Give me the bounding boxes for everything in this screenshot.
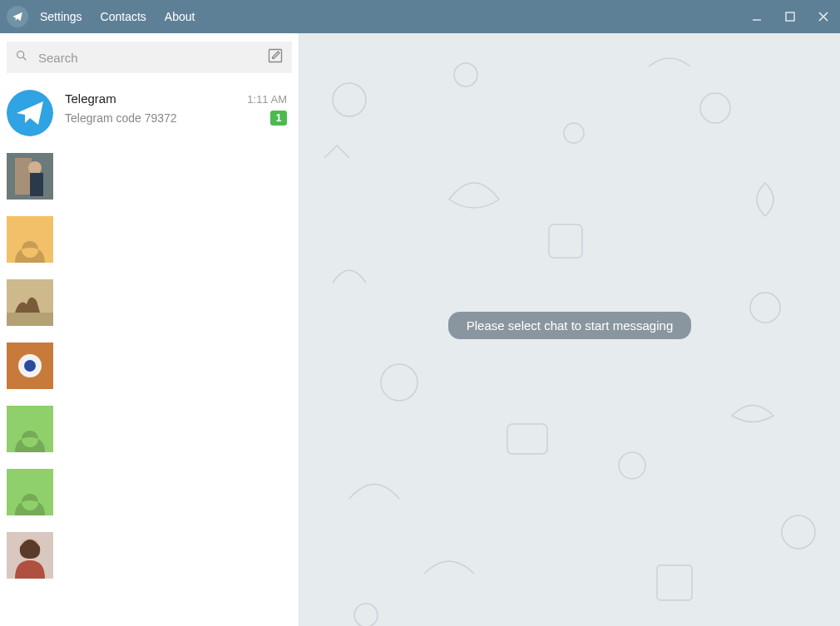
svg-rect-24 — [549, 224, 582, 258]
menu-about[interactable]: About — [165, 10, 195, 23]
maximize-button[interactable] — [773, 0, 807, 33]
menu-contacts[interactable]: Contacts — [101, 10, 146, 23]
chat-name: Telegram — [65, 91, 116, 106]
chat-meta — [65, 532, 287, 539]
svg-point-23 — [454, 63, 477, 86]
chat-meta — [65, 216, 287, 223]
svg-rect-19 — [7, 469, 53, 515]
svg-line-5 — [23, 57, 26, 60]
search-icon — [15, 49, 28, 66]
chat-preview: Telegram code 79372 — [65, 111, 177, 125]
avatar — [7, 406, 53, 452]
chat-meta — [65, 343, 287, 349]
avatar — [7, 532, 53, 579]
close-button[interactable] — [807, 0, 840, 33]
app-window: Settings Contacts About — [0, 0, 840, 626]
chat-list-item[interactable] — [0, 524, 299, 587]
chat-list-item[interactable] — [0, 334, 299, 397]
chat-meta — [65, 469, 287, 476]
svg-point-31 — [564, 123, 584, 143]
search-row — [0, 33, 299, 81]
svg-point-22 — [333, 83, 366, 116]
chat-list-item[interactable] — [0, 271, 299, 334]
svg-rect-27 — [507, 424, 547, 454]
chat-time: 1:11 AM — [247, 93, 287, 106]
avatar — [7, 343, 53, 389]
menu-settings[interactable]: Settings — [40, 10, 82, 23]
svg-rect-11 — [30, 173, 43, 196]
sidebar: Telegram1:11 AMTelegram code 793721 — [0, 33, 299, 626]
svg-point-25 — [700, 93, 730, 123]
chat-meta — [65, 153, 287, 160]
svg-rect-9 — [15, 158, 32, 195]
svg-point-29 — [782, 515, 815, 549]
svg-point-32 — [354, 604, 378, 626]
avatar — [7, 469, 53, 515]
app-body: Telegram1:11 AMTelegram code 793721 — [0, 33, 840, 626]
chat-area: Please select chat to start messaging — [299, 33, 840, 626]
chat-list-item[interactable] — [0, 461, 299, 524]
chat-meta — [65, 279, 287, 286]
compose-icon[interactable] — [267, 47, 284, 67]
svg-rect-12 — [7, 216, 53, 263]
search-input[interactable] — [38, 51, 257, 65]
svg-rect-6 — [269, 50, 282, 62]
svg-point-26 — [381, 364, 418, 401]
svg-rect-14 — [7, 313, 53, 326]
window-controls — [740, 0, 840, 33]
unread-badge: 1 — [270, 111, 287, 126]
chat-list-item[interactable] — [0, 208, 299, 271]
search-wrapper — [7, 42, 292, 73]
chat-list: Telegram1:11 AMTelegram code 793721 — [0, 81, 299, 626]
chat-list-item[interactable]: Telegram1:11 AMTelegram code 793721 — [0, 81, 299, 145]
chat-list-item[interactable] — [0, 145, 299, 208]
svg-point-17 — [24, 360, 36, 372]
chat-meta: Telegram1:11 AMTelegram code 793721 — [65, 90, 287, 126]
svg-rect-30 — [657, 565, 692, 600]
avatar — [7, 153, 53, 200]
empty-chat-hint: Please select chat to start messaging — [448, 312, 691, 339]
svg-point-33 — [750, 293, 780, 323]
main-menu: Settings Contacts About — [40, 10, 195, 23]
svg-point-28 — [619, 452, 645, 479]
avatar — [7, 90, 53, 136]
svg-rect-1 — [786, 12, 794, 21]
svg-point-10 — [28, 161, 42, 175]
titlebar: Settings Contacts About — [0, 0, 840, 33]
chat-meta — [65, 406, 287, 412]
chat-list-item[interactable] — [0, 397, 299, 461]
svg-point-4 — [17, 52, 24, 58]
minimize-button[interactable] — [740, 0, 773, 33]
avatar — [7, 279, 53, 326]
avatar — [7, 216, 53, 263]
app-logo-icon — [7, 6, 28, 27]
svg-rect-18 — [7, 406, 53, 452]
